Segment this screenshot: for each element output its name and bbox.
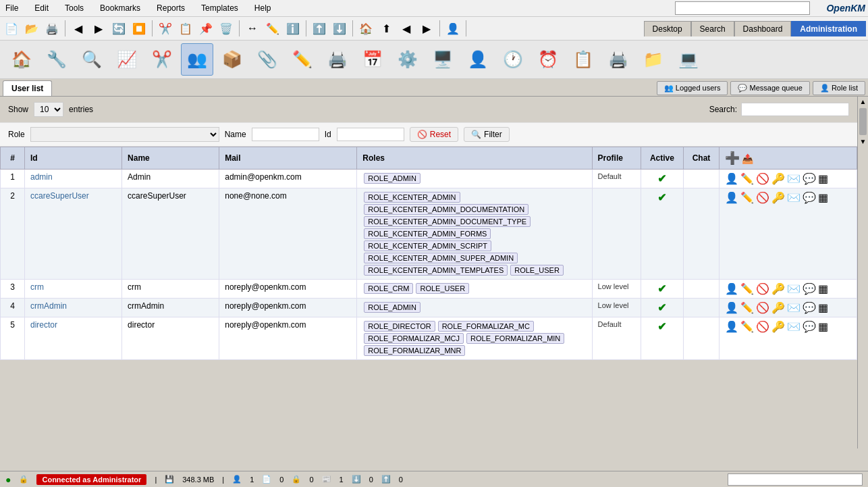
action-user-icon[interactable]: 👤 [725, 172, 738, 185]
content-tab-userlist[interactable]: User list [3, 80, 52, 96]
action-edit-icon[interactable]: ✏️ [740, 191, 754, 204]
toolbar-print[interactable]: 🖨️ [43, 19, 61, 38]
action-chat-icon[interactable]: 💬 [803, 282, 816, 295]
action-delete-icon[interactable]: 🚫 [756, 282, 769, 295]
action-chat-icon[interactable]: 💬 [803, 320, 816, 333]
menu-templates[interactable]: Templates [198, 2, 241, 14]
toolbar-prev[interactable]: ◀ [397, 19, 416, 38]
scroll-up[interactable]: ▲ [858, 97, 868, 107]
action-chat-icon[interactable]: 💬 [803, 191, 816, 204]
toolbar-upload[interactable]: ⬆️ [310, 19, 329, 38]
tab-dashboard[interactable]: Dashboard [734, 21, 792, 36]
action-key-icon[interactable]: 🔑 [771, 282, 785, 295]
action-key-icon[interactable]: 🔑 [771, 172, 785, 185]
action-grid-icon[interactable]: ▦ [818, 301, 828, 314]
toolbar-new[interactable]: 📄 [2, 19, 21, 38]
entries-select[interactable]: 10 25 50 [34, 102, 63, 117]
search-input[interactable] [741, 103, 849, 116]
icon-stamp[interactable]: 🖨️ [321, 43, 354, 76]
icon-users[interactable]: 👥 [181, 43, 213, 76]
action-user-icon[interactable]: 👤 [725, 282, 738, 295]
action-delete-icon[interactable]: 🚫 [756, 191, 769, 204]
icon-clock[interactable]: 🕐 [497, 43, 529, 76]
action-edit-icon[interactable]: ✏️ [740, 301, 754, 314]
tab-search[interactable]: Search [691, 21, 734, 36]
action-delete-icon[interactable]: 🚫 [756, 320, 769, 333]
toolbar-delete[interactable]: 🗑️ [217, 19, 236, 38]
toolbar-next[interactable]: ▶ [417, 19, 436, 38]
export-icon[interactable]: 📤 [742, 153, 753, 164]
action-grid-icon[interactable]: ▦ [818, 282, 828, 295]
tab-role-list[interactable]: 👤 Role list [813, 81, 865, 95]
top-search-input[interactable] [675, 1, 810, 15]
action-delete-icon[interactable]: 🚫 [756, 172, 769, 185]
toolbar-rename[interactable]: ✏️ [263, 19, 282, 38]
toolbar-home[interactable]: 🏠 [356, 19, 375, 38]
tab-message-queue[interactable]: 💬 Message queue [730, 81, 809, 95]
toolbar-move[interactable]: ↔️ [243, 19, 262, 38]
action-grid-icon[interactable]: ▦ [818, 320, 828, 333]
icon-table[interactable]: 📋 [567, 43, 599, 76]
action-delete-icon[interactable]: 🚫 [756, 301, 769, 314]
icon-terminal[interactable]: 💻 [672, 43, 705, 76]
reset-button[interactable]: 🚫 Reset [410, 127, 458, 142]
action-mail-icon[interactable]: ✉️ [787, 282, 801, 295]
action-chat-icon[interactable]: 💬 [803, 172, 816, 185]
icon-pen[interactable]: ✏️ [286, 43, 319, 76]
action-key-icon[interactable]: 🔑 [771, 320, 785, 333]
id-filter-input[interactable] [337, 128, 404, 141]
toolbar-cut[interactable]: ✂️ [156, 19, 175, 38]
toolbar-copy[interactable]: 📋 [176, 19, 195, 38]
toolbar-refresh[interactable]: 🔄 [109, 19, 128, 38]
icon-paperclip[interactable]: 📎 [251, 43, 283, 76]
icon-pulse[interactable]: 📈 [111, 43, 143, 76]
menu-help[interactable]: Help [252, 2, 274, 14]
scroll-down[interactable]: ▼ [858, 136, 868, 147]
role-filter-select[interactable] [30, 127, 219, 142]
action-grid-icon[interactable]: ▦ [818, 191, 828, 204]
icon-scissors[interactable]: ✂️ [146, 43, 178, 76]
icon-calendar[interactable]: 📅 [356, 43, 389, 76]
action-user-icon[interactable]: 👤 [725, 320, 738, 333]
action-edit-icon[interactable]: ✏️ [740, 172, 754, 185]
toolbar-props[interactable]: ℹ️ [283, 19, 302, 38]
toolbar-up[interactable]: ⬆ [377, 19, 396, 38]
action-grid-icon[interactable]: ▦ [818, 172, 828, 185]
menu-file[interactable]: File [3, 2, 21, 14]
toolbar-stop[interactable]: ⏹️ [130, 19, 148, 38]
tab-logged-users[interactable]: 👥 Logged users [657, 81, 728, 95]
menu-tools[interactable]: Tools [62, 2, 86, 14]
action-user-icon[interactable]: 👤 [725, 301, 738, 314]
action-mail-icon[interactable]: ✉️ [787, 301, 801, 314]
action-chat-icon[interactable]: 💬 [803, 301, 816, 314]
icon-home[interactable]: 🏠 [5, 43, 38, 76]
tab-administration[interactable]: Administration [791, 21, 866, 36]
icon-search[interactable]: 🔍 [76, 43, 108, 76]
tab-desktop[interactable]: Desktop [644, 21, 691, 36]
toolbar-open[interactable]: 📂 [22, 19, 41, 38]
filter-button[interactable]: 🔍 Filter [464, 127, 510, 142]
toolbar-back[interactable]: ◀ [69, 19, 88, 38]
icon-archive[interactable]: 📦 [216, 43, 248, 76]
toolbar-forward[interactable]: ▶ [89, 19, 108, 38]
toolbar-paste[interactable]: 📌 [196, 19, 215, 38]
menu-bookmarks[interactable]: Bookmarks [97, 2, 143, 14]
action-mail-icon[interactable]: ✉️ [787, 172, 801, 185]
action-edit-icon[interactable]: ✏️ [740, 282, 754, 295]
icon-tools[interactable]: 🔧 [40, 43, 73, 76]
icon-printer[interactable]: 🖨️ [602, 43, 634, 76]
scrollbar-thumb[interactable] [859, 108, 867, 135]
action-edit-icon[interactable]: ✏️ [740, 320, 754, 333]
action-user-icon[interactable]: 👤 [725, 191, 738, 204]
menu-reports[interactable]: Reports [154, 2, 188, 14]
name-filter-input[interactable] [252, 128, 319, 141]
action-mail-icon[interactable]: ✉️ [787, 320, 801, 333]
icon-user[interactable]: 👤 [462, 43, 494, 76]
action-mail-icon[interactable]: ✉️ [787, 191, 801, 204]
toolbar-download[interactable]: ⬇️ [330, 19, 349, 38]
toolbar-user[interactable]: 👤 [443, 19, 462, 38]
action-key-icon[interactable]: 🔑 [771, 301, 785, 314]
icon-gear[interactable]: ⚙️ [391, 43, 424, 76]
icon-folder[interactable]: 📁 [637, 43, 670, 76]
action-key-icon[interactable]: 🔑 [771, 191, 785, 204]
